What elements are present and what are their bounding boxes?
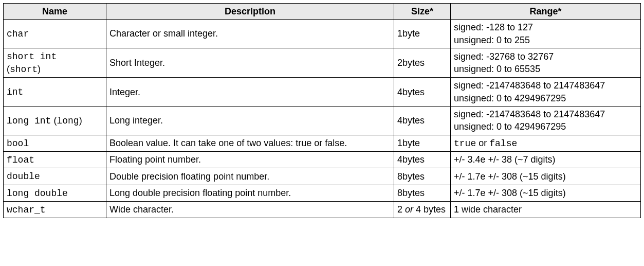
cell-range: +/- 1.7e +/- 308 (~15 digits) [451,185,641,201]
cell-name: char [4,20,106,48]
data-types-table: Name Description Size* Range* charCharac… [3,3,641,218]
cell-name: short int(short) [4,48,106,78]
table-row: long int (long)Long integer.4bytessigned… [4,107,641,135]
table-row: floatFloating point number.4bytes+/- 3.4… [4,151,641,168]
cell-range: +/- 1.7e +/- 308 (~15 digits) [451,168,641,185]
header-name: Name [4,4,106,20]
cell-range: true or false [451,135,641,151]
cell-range: signed: -128 to 127unsigned: 0 to 255 [451,20,641,48]
cell-description: Floating point number. [106,151,394,168]
table-body: charCharacter or small integer.1bytesign… [4,20,641,218]
cell-size: 2 or 4 bytes [394,201,451,218]
cell-description: Short Integer. [106,48,394,78]
header-description: Description [106,4,394,20]
table-row: long doubleLong double precision floatin… [4,185,641,201]
cell-range: 1 wide character [451,201,641,218]
header-size: Size* [394,4,451,20]
cell-description: Wide character. [106,201,394,218]
table-row: intInteger.4bytessigned: -2147483648 to … [4,78,641,107]
cell-description: Double precision floating point number. [106,168,394,185]
cell-description: Integer. [106,78,394,107]
table-row: charCharacter or small integer.1bytesign… [4,20,641,48]
cell-size: 1byte [394,20,451,48]
cell-size: 1byte [394,135,451,151]
cell-name: double [4,168,106,185]
cell-name: long int (long) [4,107,106,135]
cell-size: 4bytes [394,78,451,107]
header-range: Range* [451,4,641,20]
cell-size: 4bytes [394,107,451,135]
cell-range: signed: -2147483648 to 2147483647unsigne… [451,107,641,135]
cell-size: 4bytes [394,151,451,168]
cell-size: 8bytes [394,185,451,201]
cell-name: long double [4,185,106,201]
cell-range: signed: -2147483648 to 2147483647unsigne… [451,78,641,107]
cell-description: Long integer. [106,107,394,135]
cell-description: Character or small integer. [106,20,394,48]
cell-name: wchar_t [4,201,106,218]
table-row: short int(short)Short Integer.2bytessign… [4,48,641,78]
cell-description: Boolean value. It can take one of two va… [106,135,394,151]
cell-size: 8bytes [394,168,451,185]
table-row: boolBoolean value. It can take one of tw… [4,135,641,151]
table-row: wchar_tWide character.2 or 4 bytes1 wide… [4,201,641,218]
cell-range: +/- 3.4e +/- 38 (~7 digits) [451,151,641,168]
cell-name: int [4,78,106,107]
cell-description: Long double precision floating point num… [106,185,394,201]
cell-name: bool [4,135,106,151]
cell-size: 2bytes [394,48,451,78]
header-row: Name Description Size* Range* [4,4,641,20]
table-row: doubleDouble precision floating point nu… [4,168,641,185]
cell-range: signed: -32768 to 32767unsigned: 0 to 65… [451,48,641,78]
cell-name: float [4,151,106,168]
